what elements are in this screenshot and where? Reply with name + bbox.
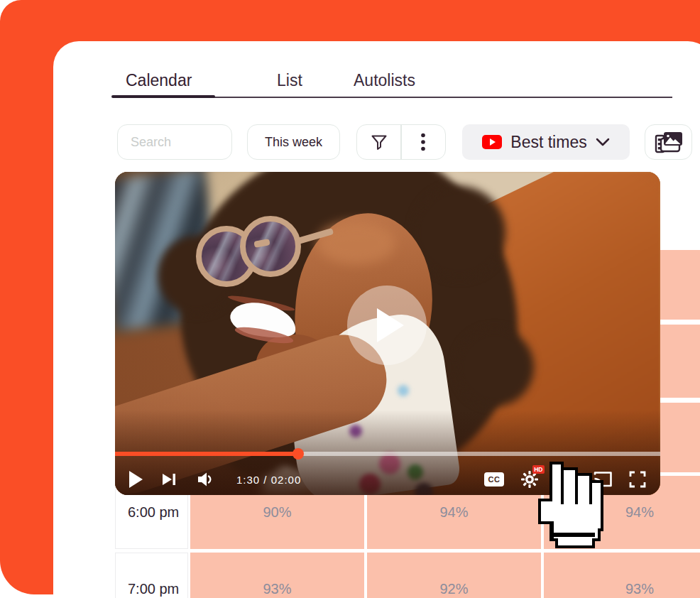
search-input[interactable] [129,134,220,151]
settings-button[interactable]: HD [520,470,539,489]
progress-fill [115,452,298,456]
more-options-button[interactable] [402,125,445,159]
tab-list[interactable]: List [277,71,302,90]
funnel-icon [370,133,388,151]
best-time-cell[interactable]: 93% [544,553,700,598]
play-button[interactable] [347,286,427,365]
hand-cursor-icon [538,462,606,550]
tab-autolists[interactable]: Autolists [354,71,415,90]
calendar-row-7pm: 7:00 pm 93% 92% 93% [115,553,700,598]
fullscreen-icon [629,471,646,488]
week-filter-button[interactable]: This week [247,124,340,160]
filter-button[interactable] [357,125,400,159]
search-field[interactable] [117,124,232,160]
tab-active-indicator [111,95,215,98]
media-library-icon [654,129,684,155]
app-root: Calendar List Autolists This week [0,0,700,598]
tab-calendar[interactable]: Calendar [126,71,192,90]
time-label: 7:00 pm [115,553,188,598]
best-time-cell[interactable]: 93% [190,553,364,598]
chevron-down-icon [596,138,610,146]
kebab-icon [420,132,426,152]
youtube-icon [482,135,502,149]
play-icon [129,471,143,488]
progress-handle[interactable] [292,448,304,460]
progress-bar[interactable] [115,452,660,456]
video-player[interactable]: 1:30 / 02:00 CC [115,172,660,495]
best-times-label: Best times [510,133,586,152]
volume-button[interactable] [197,472,214,487]
fullscreen-button[interactable] [629,471,646,488]
time-display: 1:30 / 02:00 [236,474,301,486]
next-button[interactable] [163,472,177,486]
volume-icon [197,472,214,487]
media-library-button[interactable] [645,124,692,160]
captions-button[interactable]: CC [484,472,504,486]
best-times-dropdown[interactable]: Best times [462,124,630,160]
play-control-button[interactable] [129,471,143,488]
play-icon [377,308,404,342]
week-filter-label: This week [265,135,322,150]
next-icon [163,472,177,486]
filter-more-group [356,124,446,160]
best-time-cell[interactable]: 92% [367,553,541,598]
